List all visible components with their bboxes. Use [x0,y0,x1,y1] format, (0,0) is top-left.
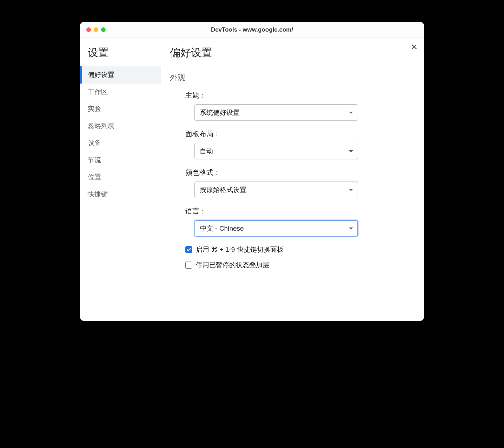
sidebar-item-shortcuts[interactable]: 快捷键 [80,186,161,203]
field-language: 语言： 中文 - Chinese [185,206,415,237]
content-area: ✕ 设置 偏好设置 工作区 实验 忽略列表 设备 [80,38,424,321]
field-panel-layout: 面板布局： 自动 [185,129,415,159]
sidebar-item-label: 实验 [88,105,101,112]
panel-layout-select-value: 自动 [200,147,213,156]
close-icon[interactable]: ✕ [411,43,418,51]
sidebar-item-throttling[interactable]: 节流 [80,152,161,169]
page-title: 偏好设置 [170,46,415,66]
devtools-settings-window: DevTools - www.google.com/ ✕ 设置 偏好设置 工作区… [80,22,424,321]
checkbox-disable-overlay[interactable]: 停用已暂停的状态叠加层 [185,261,415,270]
language-select[interactable]: 中文 - Chinese [194,220,358,237]
color-format-select[interactable]: 按原始格式设置 [194,182,358,198]
appearance-form: 主题： 系统偏好设置 面板布局： 自动 [170,91,415,270]
close-window-icon[interactable] [86,27,91,32]
sidebar-items: 偏好设置 工作区 实验 忽略列表 设备 节流 位置 [80,66,161,203]
titlebar: DevTools - www.google.com/ [80,22,424,38]
checkbox-enable-shortcut[interactable]: 启用 ⌘ + 1-9 快捷键切换面板 [185,245,415,254]
checkbox-icon [185,246,192,253]
minimize-window-icon[interactable] [94,27,98,32]
language-label: 语言： [185,206,415,216]
field-theme: 主题： 系统偏好设置 [185,91,415,121]
checkbox-label: 启用 ⌘ + 1-9 快捷键切换面板 [196,245,284,254]
fullscreen-window-icon[interactable] [101,27,106,32]
main-panel: 偏好设置 外观 主题： 系统偏好设置 面板布局： [161,38,424,321]
sidebar-item-devices[interactable]: 设备 [80,134,161,152]
checkbox-icon [185,262,192,269]
window-title: DevTools - www.google.com/ [86,26,418,33]
panel-layout-select[interactable]: 自动 [194,143,358,159]
chevron-down-icon [349,189,353,191]
sidebar-item-label: 位置 [88,173,101,180]
sidebar-item-ignore-list[interactable]: 忽略列表 [80,118,161,135]
chevron-down-icon [349,150,353,152]
theme-label: 主题： [185,91,415,100]
sidebar-item-preferences[interactable]: 偏好设置 [80,66,161,84]
sidebar-item-label: 快捷键 [88,190,108,198]
sidebar-item-experiments[interactable]: 实验 [80,100,161,118]
sidebar-item-workspace[interactable]: 工作区 [80,84,161,101]
panel-layout-label: 面板布局： [185,129,415,139]
sidebar-item-label: 节流 [88,156,101,164]
traffic-lights [86,27,106,32]
theme-select[interactable]: 系统偏好设置 [194,104,358,121]
sidebar-item-label: 工作区 [88,88,108,95]
sidebar-item-locations[interactable]: 位置 [80,169,161,186]
section-appearance-title: 外观 [170,72,415,83]
sidebar-title: 设置 [80,46,161,66]
color-format-select-value: 按原始格式设置 [200,185,246,195]
chevron-down-icon [349,112,353,114]
chevron-down-icon [349,228,353,230]
color-format-label: 颜色格式： [185,168,415,177]
language-select-value: 中文 - Chinese [200,224,244,233]
sidebar-item-label: 偏好设置 [88,71,114,78]
sidebar-item-label: 忽略列表 [88,122,114,130]
theme-select-value: 系统偏好设置 [200,108,240,117]
field-color-format: 颜色格式： 按原始格式设置 [185,168,415,198]
sidebar-item-label: 设备 [88,139,101,146]
checkbox-label: 停用已暂停的状态叠加层 [196,261,269,270]
settings-sidebar: 设置 偏好设置 工作区 实验 忽略列表 设备 节流 [80,38,161,321]
